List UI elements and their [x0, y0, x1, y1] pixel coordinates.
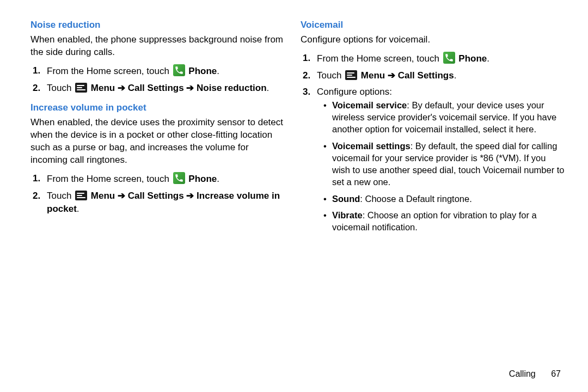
heading-increase-volume: Increase volume in pocket	[30, 102, 285, 113]
heading-noise-reduction: Noise reduction	[30, 20, 285, 30]
noise-step-2: 2. Touch Menu ➔ Call Settings ➔ Noise re…	[30, 82, 285, 95]
phone-label: Phone	[188, 174, 217, 184]
step-text: Touch	[47, 83, 74, 93]
option-label: Voicemail service	[332, 100, 407, 110]
voicemail-description: Configure options for voicemail.	[301, 34, 566, 46]
period: .	[267, 83, 270, 93]
step-text: From the Home screen, touch	[47, 66, 172, 76]
period: .	[217, 174, 219, 184]
noise-step-1: 1. From the Home screen, touch Phone.	[30, 64, 285, 78]
period: .	[217, 66, 219, 76]
option-voicemail-service: Voicemail service: By default, your devi…	[323, 99, 566, 136]
columns: Noise reduction When enabled, the phone …	[30, 20, 566, 365]
left-column: Noise reduction When enabled, the phone …	[30, 20, 298, 365]
phone-icon	[173, 64, 185, 76]
option-label: Vibrate	[332, 210, 363, 220]
step-number: 2.	[33, 82, 40, 95]
step-number: 1.	[33, 172, 40, 186]
pocket-description: When enabled, the device uses the proxim…	[30, 117, 285, 167]
option-label: Sound	[332, 194, 360, 204]
pocket-step-1: 1. From the Home screen, touch Phone.	[30, 172, 285, 186]
option-label: Voicemail settings	[332, 141, 411, 151]
voicemail-options: Voicemail service: By default, your devi…	[317, 99, 566, 234]
period: .	[77, 204, 79, 214]
noise-steps: 1. From the Home screen, touch Phone. 2.…	[30, 64, 285, 95]
period: .	[454, 70, 457, 81]
option-vibrate: Vibrate: Choose an option for vibration …	[323, 209, 566, 234]
menu-path: Menu ➔ Call Settings	[361, 70, 454, 81]
pocket-step-2: 2. Touch Menu ➔ Call Settings ➔ Increase…	[30, 189, 285, 216]
period: .	[487, 53, 489, 64]
step-text: From the Home screen, touch	[317, 53, 442, 64]
step-number: 1.	[33, 64, 40, 78]
menu-icon	[75, 191, 87, 200]
footer: Calling 67	[30, 365, 566, 379]
step-number: 2.	[33, 189, 40, 203]
voicemail-step-2: 2. Touch Menu ➔ Call Settings.	[301, 69, 566, 83]
noise-description: When enabled, the phone suppresses backg…	[30, 34, 285, 59]
phone-label: Phone	[188, 66, 217, 76]
voicemail-steps: 1. From the Home screen, touch Phone. 2.…	[301, 52, 566, 234]
step-number: 1.	[303, 52, 310, 65]
option-voicemail-settings: Voicemail settings: By default, the spee…	[323, 140, 566, 188]
phone-icon	[173, 172, 185, 184]
option-text: : Choose an option for vibration to play…	[332, 210, 537, 232]
step-text: From the Home screen, touch	[47, 174, 172, 184]
step-number: 3.	[303, 85, 310, 99]
voicemail-step-1: 1. From the Home screen, touch Phone.	[301, 52, 566, 66]
option-text: : Choose a Default ringtone.	[360, 194, 471, 204]
step-text: Configure options:	[317, 87, 392, 97]
phone-icon	[443, 52, 455, 64]
heading-voicemail: Voicemail	[301, 20, 566, 30]
voicemail-step-3: 3. Configure options: Voicemail service:…	[301, 85, 566, 233]
menu-path: Menu ➔ Call Settings ➔ Noise reduction	[91, 83, 267, 93]
menu-icon	[345, 70, 357, 80]
phone-label: Phone	[458, 53, 487, 64]
page: Noise reduction When enabled, the phone …	[0, 0, 588, 392]
step-text: Touch	[47, 191, 74, 201]
step-number: 2.	[303, 69, 310, 83]
option-sound: Sound: Choose a Default ringtone.	[323, 193, 566, 205]
pocket-steps: 1. From the Home screen, touch Phone. 2.…	[30, 172, 285, 216]
step-text: Touch	[317, 70, 344, 81]
footer-section: Calling	[509, 369, 536, 378]
right-column: Voicemail Configure options for voicemai…	[298, 20, 566, 365]
menu-icon	[75, 83, 87, 93]
footer-page-number: 67	[551, 369, 561, 378]
